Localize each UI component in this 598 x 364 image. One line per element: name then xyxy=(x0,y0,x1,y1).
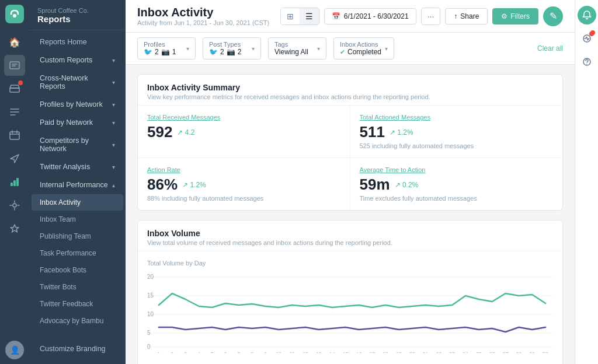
tools-icon[interactable] xyxy=(4,195,25,216)
sidebar-item-competitors[interactable]: Competitors by Network ▾ xyxy=(32,132,123,158)
svg-text:26: 26 xyxy=(489,351,495,353)
chevron-icon: ▾ xyxy=(112,164,115,170)
sidebar-item-reports-home[interactable]: Reports Home xyxy=(32,33,123,51)
svg-text:11: 11 xyxy=(289,351,295,353)
activity-button[interactable] xyxy=(578,29,596,48)
clear-all-button[interactable]: Clear all xyxy=(537,44,563,52)
summary-card-header: Inbox Activity Summary View key performa… xyxy=(138,75,562,106)
metric-trend-0: ↗ 4.2 xyxy=(177,128,194,136)
inbox-icon[interactable] xyxy=(4,78,25,99)
sidebar-sub-twitter-bots[interactable]: Twitter Bots xyxy=(32,279,123,295)
instagram-icon: 📷 xyxy=(161,48,170,56)
sidebar-sub-publishing-team[interactable]: Publishing Team xyxy=(32,228,123,244)
list-view-button[interactable]: ☰ xyxy=(300,8,319,24)
svg-text:14: 14 xyxy=(329,351,335,353)
summary-title: Inbox Activity Summary xyxy=(147,83,553,92)
metric-value-2: 86% xyxy=(147,176,178,194)
chevron-down-icon: ▾ xyxy=(186,46,189,52)
sidebar-nav: Reports Home Custom Reports ▾ Cross-Netw… xyxy=(29,30,126,332)
customize-branding-btn[interactable]: Customize Branding xyxy=(32,340,123,358)
metric-label-1: Total Actioned Messages xyxy=(360,114,554,121)
metric-value-3: 59m xyxy=(360,176,390,194)
share-icon: ↑ xyxy=(454,12,457,20)
sidebar-item-cross-network[interactable]: Cross-Network Reports ▾ xyxy=(32,69,123,95)
filters-button[interactable]: ⚙ Filters xyxy=(492,8,538,24)
sidebar-item-paid-by-network[interactable]: Paid by Network ▾ xyxy=(32,114,123,131)
metric-action-rate: Action Rate 86% ↗ 1.2% 88% including ful… xyxy=(138,158,350,210)
inbox-actions-filter[interactable]: Inbox Actions ✔ Completed ▾ xyxy=(333,37,394,60)
sidebar-sub-task-performance[interactable]: Task Performance xyxy=(32,245,123,261)
sidebar-sub-advocacy[interactable]: Advocacy by Bambu xyxy=(32,313,123,329)
sidebar-item-twitter-analysis[interactable]: Twitter Analysis ▾ xyxy=(32,158,123,176)
chevron-icon: ▾ xyxy=(112,142,115,148)
metric-avg-time: Average Time to Action 59m ↗ 0.2% Time e… xyxy=(350,158,563,210)
notifications-button[interactable] xyxy=(578,6,596,24)
svg-text:10: 10 xyxy=(276,351,281,353)
sidebar: Sprout Coffee Co. Reports Reports Home C… xyxy=(29,0,126,364)
tasks-icon[interactable] xyxy=(4,102,25,123)
svg-text:0: 0 xyxy=(147,344,151,350)
metric-trend-2: ↗ 1.2% xyxy=(182,181,206,189)
metric-value-0: 592 xyxy=(147,123,172,141)
sidebar-item-custom-reports[interactable]: Custom Reports ▾ xyxy=(32,51,123,69)
volume-subtitle: View total volume of received messages a… xyxy=(147,239,553,246)
metric-label-3: Average Time to Action xyxy=(360,166,554,173)
sidebar-header: Sprout Coffee Co. Reports xyxy=(29,0,126,30)
sidebar-sub-twitter-feedback[interactable]: Twitter Feedback xyxy=(32,296,123,312)
main-content: Inbox Activity Activity from Jun 1, 2021… xyxy=(126,0,575,364)
svg-text:2: 2 xyxy=(171,351,173,353)
twitter-icon: 🐦 xyxy=(209,48,218,56)
app-logo[interactable] xyxy=(5,5,24,23)
tags-filter[interactable]: Tags Viewing All ▾ xyxy=(268,37,326,60)
sidebar-item-internal-performance[interactable]: Internal Performance ▴ xyxy=(32,176,123,194)
page-subtitle: Activity from Jun 1, 2021 - Jun 30, 2021… xyxy=(137,19,269,26)
svg-rect-5 xyxy=(13,180,16,186)
edit-button[interactable]: ✎ xyxy=(543,6,563,26)
svg-text:23: 23 xyxy=(449,351,455,353)
svg-text:22: 22 xyxy=(436,351,441,353)
svg-text:29: 29 xyxy=(529,351,535,353)
chevron-down-icon: ▾ xyxy=(385,46,388,52)
chevron-icon: ▾ xyxy=(112,120,115,126)
svg-text:5: 5 xyxy=(211,351,214,353)
calendar-icon[interactable] xyxy=(4,125,25,146)
grid-view-button[interactable]: ⊞ xyxy=(281,8,300,24)
chevron-icon: ▴ xyxy=(112,182,115,188)
sidebar-sub-inbox-activity[interactable]: Inbox Activity xyxy=(32,194,123,211)
svg-rect-6 xyxy=(16,178,19,186)
activity-badge xyxy=(590,30,595,35)
svg-text:15: 15 xyxy=(343,351,349,353)
profiles-filter[interactable]: Profiles 🐦 2 📷 1 ▾ xyxy=(137,37,196,60)
svg-text:6: 6 xyxy=(224,351,227,353)
post-types-filter[interactable]: Post Types 🐦 2 📷 2 ▾ xyxy=(203,37,261,60)
view-toggle: ⊞ ☰ xyxy=(280,8,319,25)
sidebar-item-profiles-by-network[interactable]: Profiles by Network ▾ xyxy=(32,96,123,113)
metric-sub-2: 88% including fully automated messages xyxy=(147,195,340,202)
metric-sub-1: 525 including fully automated messages xyxy=(360,142,554,149)
reports-icon[interactable] xyxy=(4,172,25,192)
help-button[interactable] xyxy=(578,52,596,71)
chart-label: Total Volume by Day xyxy=(147,260,553,267)
svg-text:17: 17 xyxy=(369,351,375,353)
share-button[interactable]: ↑ Share xyxy=(445,8,488,24)
more-options-button[interactable]: ··· xyxy=(421,8,441,25)
user-avatar[interactable]: 👤 xyxy=(5,341,24,359)
svg-text:7: 7 xyxy=(237,351,240,353)
star-icon[interactable] xyxy=(4,218,25,239)
date-range-button[interactable]: 📅 6/1/2021 - 6/30/2021 xyxy=(324,8,416,24)
filter-row: Profiles 🐦 2 📷 1 ▾ Post Types 🐦 2 📷 2 xyxy=(126,33,575,65)
home-icon[interactable]: 🏠 xyxy=(4,32,25,52)
volume-card: Inbox Volume View total volume of receiv… xyxy=(137,220,563,364)
sidebar-sub-facebook-bots[interactable]: Facebook Bots xyxy=(32,262,123,278)
compose-icon[interactable] xyxy=(4,55,25,76)
svg-text:18: 18 xyxy=(383,351,388,353)
chevron-down-icon: ▾ xyxy=(317,46,320,52)
svg-point-7 xyxy=(13,204,16,207)
summary-card: Inbox Activity Summary View key performa… xyxy=(137,74,563,211)
send-icon[interactable] xyxy=(4,148,25,169)
sidebar-sub-inbox-team[interactable]: Inbox Team xyxy=(32,211,123,228)
chevron-icon: ▾ xyxy=(112,79,115,86)
company-name: Sprout Coffee Co. xyxy=(37,7,117,14)
svg-point-0 xyxy=(13,14,16,18)
svg-text:30: 30 xyxy=(543,351,548,353)
